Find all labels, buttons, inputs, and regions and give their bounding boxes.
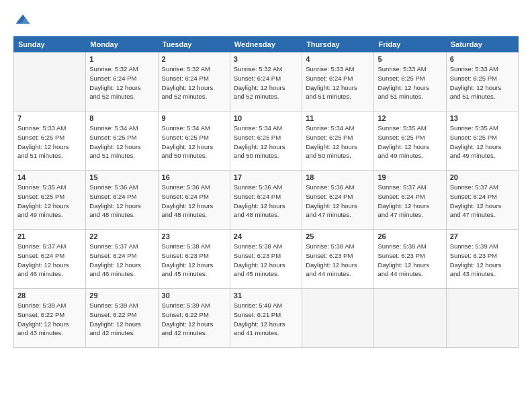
- day-number: 15: [89, 173, 154, 181]
- day-info: Sunrise: 5:37 AMSunset: 6:24 PMDaylight:…: [17, 242, 82, 279]
- day-number: 8: [89, 114, 154, 122]
- day-info: Sunrise: 5:37 AMSunset: 6:24 PMDaylight:…: [89, 242, 154, 279]
- logo-icon: [13, 12, 32, 31]
- day-number: 2: [162, 55, 226, 63]
- day-number: 26: [378, 232, 442, 240]
- cell-w4-d5: [374, 289, 446, 348]
- day-info: Sunrise: 5:39 AMSunset: 6:23 PMDaylight:…: [450, 242, 515, 279]
- cell-w2-d5: 19Sunrise: 5:37 AMSunset: 6:24 PMDayligh…: [374, 171, 446, 230]
- day-info: Sunrise: 5:32 AMSunset: 6:24 PMDaylight:…: [234, 64, 298, 101]
- cell-w2-d3: 17Sunrise: 5:36 AMSunset: 6:24 PMDayligh…: [230, 171, 302, 230]
- page: Sunday Monday Tuesday Wednesday Thursday…: [0, 0, 532, 411]
- calendar-body: 1Sunrise: 5:32 AMSunset: 6:24 PMDaylight…: [14, 52, 519, 348]
- week-row-4: 28Sunrise: 5:39 AMSunset: 6:22 PMDayligh…: [14, 289, 519, 348]
- day-number: 28: [17, 291, 82, 300]
- col-friday: Friday: [374, 37, 446, 52]
- day-info: Sunrise: 5:34 AMSunset: 6:25 PMDaylight:…: [234, 124, 298, 161]
- day-info: Sunrise: 5:33 AMSunset: 6:25 PMDaylight:…: [450, 64, 515, 101]
- cell-w1-d2: 9Sunrise: 5:34 AMSunset: 6:25 PMDaylight…: [158, 111, 230, 171]
- week-row-2: 14Sunrise: 5:35 AMSunset: 6:25 PMDayligh…: [14, 171, 519, 230]
- cell-w2-d2: 16Sunrise: 5:36 AMSunset: 6:24 PMDayligh…: [158, 171, 230, 230]
- day-number: 18: [306, 173, 370, 181]
- cell-w1-d3: 10Sunrise: 5:34 AMSunset: 6:25 PMDayligh…: [230, 111, 302, 171]
- day-number: 20: [450, 173, 515, 181]
- col-tuesday: Tuesday: [158, 37, 230, 52]
- day-number: 30: [162, 291, 226, 300]
- day-number: 29: [89, 291, 154, 300]
- day-info: Sunrise: 5:38 AMSunset: 6:23 PMDaylight:…: [234, 242, 298, 279]
- col-thursday: Thursday: [302, 37, 374, 52]
- cell-w3-d4: 25Sunrise: 5:38 AMSunset: 6:23 PMDayligh…: [302, 230, 374, 289]
- cell-w2-d4: 18Sunrise: 5:36 AMSunset: 6:24 PMDayligh…: [302, 171, 374, 230]
- col-monday: Monday: [86, 37, 158, 52]
- cell-w0-d2: 2Sunrise: 5:32 AMSunset: 6:24 PMDaylight…: [158, 52, 230, 111]
- cell-w3-d0: 21Sunrise: 5:37 AMSunset: 6:24 PMDayligh…: [14, 230, 86, 289]
- col-wednesday: Wednesday: [230, 37, 302, 52]
- day-number: 14: [17, 173, 82, 181]
- day-number: 13: [450, 114, 515, 122]
- day-info: Sunrise: 5:34 AMSunset: 6:25 PMDaylight:…: [306, 124, 370, 161]
- day-info: Sunrise: 5:37 AMSunset: 6:24 PMDaylight:…: [450, 183, 515, 220]
- day-info: Sunrise: 5:38 AMSunset: 6:23 PMDaylight:…: [378, 242, 442, 279]
- day-number: 17: [234, 173, 298, 181]
- day-info: Sunrise: 5:33 AMSunset: 6:25 PMDaylight:…: [17, 124, 82, 161]
- cell-w0-d3: 3Sunrise: 5:32 AMSunset: 6:24 PMDaylight…: [230, 52, 302, 111]
- logo: [13, 12, 35, 31]
- day-number: 11: [306, 114, 370, 122]
- day-number: 16: [162, 173, 226, 181]
- day-number: 25: [306, 232, 370, 240]
- day-info: Sunrise: 5:40 AMSunset: 6:21 PMDaylight:…: [234, 301, 298, 338]
- day-info: Sunrise: 5:33 AMSunset: 6:24 PMDaylight:…: [306, 64, 370, 101]
- day-info: Sunrise: 5:33 AMSunset: 6:25 PMDaylight:…: [378, 64, 442, 101]
- day-info: Sunrise: 5:36 AMSunset: 6:24 PMDaylight:…: [306, 183, 370, 220]
- day-info: Sunrise: 5:32 AMSunset: 6:24 PMDaylight:…: [89, 64, 154, 101]
- day-number: 5: [378, 55, 442, 63]
- calendar-header: Sunday Monday Tuesday Wednesday Thursday…: [14, 37, 519, 52]
- week-row-1: 7Sunrise: 5:33 AMSunset: 6:25 PMDaylight…: [14, 111, 519, 171]
- cell-w0-d0: [14, 52, 86, 111]
- day-number: 10: [234, 114, 298, 122]
- day-info: Sunrise: 5:39 AMSunset: 6:22 PMDaylight:…: [17, 301, 82, 338]
- day-info: Sunrise: 5:32 AMSunset: 6:24 PMDaylight:…: [162, 64, 226, 101]
- cell-w2-d0: 14Sunrise: 5:35 AMSunset: 6:25 PMDayligh…: [14, 171, 86, 230]
- day-number: 12: [378, 114, 442, 122]
- cell-w1-d6: 13Sunrise: 5:35 AMSunset: 6:25 PMDayligh…: [446, 111, 518, 171]
- cell-w1-d5: 12Sunrise: 5:35 AMSunset: 6:25 PMDayligh…: [374, 111, 446, 171]
- day-info: Sunrise: 5:35 AMSunset: 6:25 PMDaylight:…: [450, 124, 515, 161]
- day-number: 23: [162, 232, 226, 240]
- day-number: 1: [89, 55, 154, 63]
- cell-w0-d1: 1Sunrise: 5:32 AMSunset: 6:24 PMDaylight…: [86, 52, 158, 111]
- day-number: 3: [234, 55, 298, 63]
- week-row-0: 1Sunrise: 5:32 AMSunset: 6:24 PMDaylight…: [14, 52, 519, 111]
- cell-w0-d4: 4Sunrise: 5:33 AMSunset: 6:24 PMDaylight…: [302, 52, 374, 111]
- day-number: 22: [89, 232, 154, 240]
- cell-w0-d6: 6Sunrise: 5:33 AMSunset: 6:25 PMDaylight…: [446, 52, 518, 111]
- day-info: Sunrise: 5:38 AMSunset: 6:23 PMDaylight:…: [306, 242, 370, 279]
- day-info: Sunrise: 5:34 AMSunset: 6:25 PMDaylight:…: [162, 124, 226, 161]
- calendar-table: Sunday Monday Tuesday Wednesday Thursday…: [13, 36, 519, 348]
- cell-w4-d6: [446, 289, 518, 348]
- col-sunday: Sunday: [14, 37, 86, 52]
- day-number: 31: [234, 291, 298, 300]
- cell-w3-d5: 26Sunrise: 5:38 AMSunset: 6:23 PMDayligh…: [374, 230, 446, 289]
- cell-w2-d6: 20Sunrise: 5:37 AMSunset: 6:24 PMDayligh…: [446, 171, 518, 230]
- day-number: 9: [162, 114, 226, 122]
- cell-w4-d0: 28Sunrise: 5:39 AMSunset: 6:22 PMDayligh…: [14, 289, 86, 348]
- cell-w4-d4: [302, 289, 374, 348]
- cell-w4-d2: 30Sunrise: 5:39 AMSunset: 6:22 PMDayligh…: [158, 289, 230, 348]
- day-number: 6: [450, 55, 515, 63]
- day-number: 7: [17, 114, 82, 122]
- cell-w3-d2: 23Sunrise: 5:38 AMSunset: 6:23 PMDayligh…: [158, 230, 230, 289]
- header-row: Sunday Monday Tuesday Wednesday Thursday…: [14, 37, 519, 52]
- day-info: Sunrise: 5:36 AMSunset: 6:24 PMDaylight:…: [162, 183, 226, 220]
- day-info: Sunrise: 5:34 AMSunset: 6:25 PMDaylight:…: [89, 124, 154, 161]
- day-info: Sunrise: 5:36 AMSunset: 6:24 PMDaylight:…: [234, 183, 298, 220]
- day-info: Sunrise: 5:35 AMSunset: 6:25 PMDaylight:…: [17, 183, 82, 220]
- day-info: Sunrise: 5:39 AMSunset: 6:22 PMDaylight:…: [162, 301, 226, 338]
- day-info: Sunrise: 5:35 AMSunset: 6:25 PMDaylight:…: [378, 124, 442, 161]
- day-info: Sunrise: 5:38 AMSunset: 6:23 PMDaylight:…: [162, 242, 226, 279]
- cell-w2-d1: 15Sunrise: 5:36 AMSunset: 6:24 PMDayligh…: [86, 171, 158, 230]
- day-info: Sunrise: 5:37 AMSunset: 6:24 PMDaylight:…: [378, 183, 442, 220]
- day-number: 27: [450, 232, 515, 240]
- header: [13, 12, 519, 31]
